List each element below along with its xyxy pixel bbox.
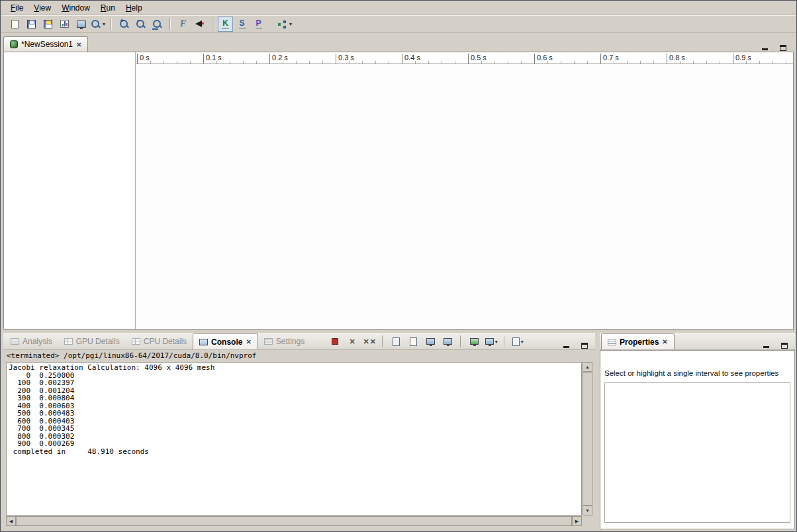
minimize-icon xyxy=(763,346,769,348)
cpu-table-icon xyxy=(132,338,140,345)
show-stdout-button[interactable] xyxy=(423,334,438,349)
dropdown-arrow-icon: ▾ xyxy=(103,21,105,27)
console-maximize-button[interactable] xyxy=(579,340,590,349)
remove-all-launches-button[interactable]: ✕✕ xyxy=(362,334,377,349)
save-button[interactable] xyxy=(24,17,39,32)
properties-hint: Select or highlight a single interval to… xyxy=(604,369,790,377)
console-minimize-button[interactable] xyxy=(561,340,571,349)
process-toggle-button[interactable]: P xyxy=(251,17,266,32)
console-horizontal-scrollbar[interactable]: ◀ ▶ xyxy=(6,516,582,526)
ruler-tick: 0.3 s xyxy=(336,52,402,64)
menu-window[interactable]: Window xyxy=(56,2,95,14)
tab-settings[interactable]: Settings xyxy=(258,333,310,349)
console-line: 800 0.000302 xyxy=(9,433,581,441)
timeline-canvas[interactable] xyxy=(136,64,793,329)
clear-console-button[interactable] xyxy=(389,334,403,349)
menu-run[interactable]: Run xyxy=(95,2,120,14)
console-line: 400 0.000603 xyxy=(9,402,581,410)
stderr-monitor-icon xyxy=(444,338,452,345)
zoom-out-button[interactable]: − xyxy=(133,17,148,32)
toolbar-separator xyxy=(169,18,171,30)
scroll-lock-button[interactable] xyxy=(406,334,420,349)
console-line: 500 0.000483 xyxy=(9,410,581,418)
display-selected-console-button[interactable] xyxy=(467,334,481,349)
analysis-dropdown-button[interactable]: ▾ xyxy=(277,17,293,32)
analysis-icon xyxy=(11,338,19,345)
ruler-tick: 0.9 s xyxy=(733,52,793,64)
zoom-fit-button[interactable] xyxy=(150,17,165,32)
ruler-tick: 0.6 s xyxy=(534,52,600,64)
remove-launch-button[interactable]: ✕ xyxy=(345,334,359,349)
menu-view[interactable]: View xyxy=(28,2,56,14)
vscroll-track[interactable] xyxy=(583,372,592,506)
timeline-tree-pane xyxy=(4,52,136,329)
vscroll-thumb[interactable] xyxy=(583,372,592,506)
minimize-icon xyxy=(762,48,768,50)
console-vertical-scrollbar[interactable]: ▲ ▼ xyxy=(583,362,592,515)
hscroll-track[interactable] xyxy=(16,516,572,526)
toolbar-separator xyxy=(212,18,213,30)
properties-body: Select or highlight a single interval to… xyxy=(600,350,795,529)
goto-marker-button[interactable]: F xyxy=(175,17,191,32)
console-line: 100 0.002397 xyxy=(9,379,581,387)
show-stderr-button[interactable] xyxy=(440,334,455,349)
console-minmax xyxy=(561,340,590,349)
menu-file[interactable]: File xyxy=(5,2,28,14)
zoom-in-button[interactable]: + xyxy=(117,17,132,32)
clear-console-icon xyxy=(393,337,400,346)
tab-cpu-details[interactable]: CPU Details xyxy=(126,333,193,349)
scroll-up-button[interactable]: ▲ xyxy=(583,362,592,372)
console-view-dropdown-button[interactable]: ▾ xyxy=(484,334,498,349)
hscroll-thumb[interactable] xyxy=(16,516,572,526)
properties-icon xyxy=(608,339,616,345)
editor-minimize-button[interactable] xyxy=(759,42,770,52)
close-icon[interactable]: ✕ xyxy=(76,41,81,48)
reset-view-button[interactable] xyxy=(192,17,207,32)
menu-help[interactable]: Help xyxy=(120,2,148,14)
properties-tabbar: Properties ✕ xyxy=(600,333,795,350)
tab-properties[interactable]: Properties ✕ xyxy=(601,333,675,349)
scroll-down-button[interactable]: ▼ xyxy=(583,506,592,515)
ruler-tick: 0.1 s xyxy=(203,52,269,64)
minus-glyph: − xyxy=(136,17,141,24)
system-info-button[interactable] xyxy=(73,17,89,32)
tab-analysis[interactable]: Analysis xyxy=(5,333,58,349)
green-monitor-icon xyxy=(470,338,479,345)
profile-application-button[interactable] xyxy=(57,17,72,32)
new-file-icon xyxy=(11,20,19,28)
properties-minimize-button[interactable] xyxy=(761,340,771,349)
new-session-button[interactable] xyxy=(7,17,23,32)
stream-icon: S xyxy=(239,19,246,29)
minimize-icon xyxy=(563,346,569,348)
open-console-dropdown-button[interactable]: ▾ xyxy=(510,334,525,349)
maximize-icon xyxy=(581,343,588,349)
save-as-button[interactable] xyxy=(40,17,56,32)
timeline-area: 0 s0.1 s0.2 s0.3 s0.4 s0.5 s0.6 s0.7 s0.… xyxy=(136,52,793,329)
toolbar-separator xyxy=(111,18,112,30)
scroll-left-button[interactable]: ◀ xyxy=(6,516,16,526)
capture-dropdown-button[interactable]: ▾ xyxy=(90,17,106,32)
terminate-button[interactable] xyxy=(328,334,342,349)
close-icon[interactable]: ✕ xyxy=(662,338,667,345)
stream-toggle-button[interactable]: S xyxy=(234,17,250,32)
open-console-icon xyxy=(512,337,520,346)
remove-icon: ✕ xyxy=(363,338,369,345)
tab-settings-label: Settings xyxy=(276,337,305,346)
properties-maximize-button[interactable] xyxy=(779,340,790,349)
dropdown-arrow-icon: ▾ xyxy=(289,21,292,27)
close-icon[interactable]: ✕ xyxy=(246,338,251,345)
right-arrow-icon: ▶ xyxy=(575,519,579,524)
save-as-icon xyxy=(44,20,52,28)
tab-gpu-details[interactable]: GPU Details xyxy=(58,333,126,349)
bottom-tabbar: Analysis GPU Details CPU Details Console… xyxy=(3,333,595,350)
tab-cpu-details-label: CPU Details xyxy=(144,337,187,346)
flow-diagram-icon xyxy=(277,20,287,28)
session-tab[interactable]: *NewSession1 ✕ xyxy=(3,36,88,52)
kernel-toggle-button[interactable]: K xyxy=(218,17,233,32)
tab-console[interactable]: Console ✕ xyxy=(193,333,258,349)
scroll-right-button[interactable]: ▶ xyxy=(572,516,582,526)
editor-maximize-button[interactable] xyxy=(778,42,788,52)
remove-icon: ✕ xyxy=(350,338,355,345)
ruler-tick: 0.8 s xyxy=(667,52,733,64)
maximize-icon xyxy=(781,343,788,349)
